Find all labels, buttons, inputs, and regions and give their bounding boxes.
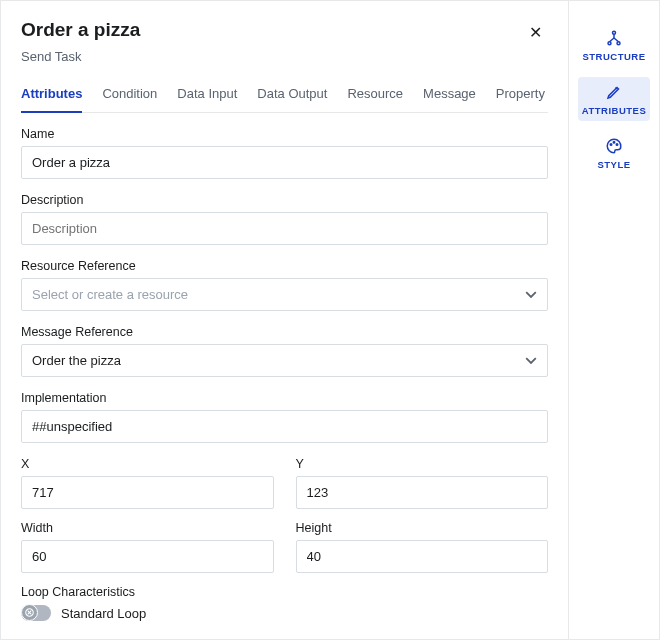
message-reference-label: Message Reference (21, 325, 548, 339)
y-label: Y (296, 457, 549, 471)
sidebar-item-label: ATTRIBUTES (582, 105, 646, 116)
resource-reference-value: Select or create a resource (32, 279, 188, 310)
message-reference-value: Order the pizza (32, 345, 121, 376)
close-icon: ✕ (529, 24, 542, 41)
standard-loop-toggle[interactable] (21, 605, 51, 621)
sidebar-item-label: STYLE (597, 159, 630, 170)
sidebar-item-style[interactable]: STYLE (578, 131, 650, 175)
svg-point-4 (610, 143, 612, 145)
width-label: Width (21, 521, 274, 535)
sidebar-item-structure[interactable]: STRUCTURE (578, 23, 650, 67)
field-x: X (21, 457, 274, 509)
name-label: Name (21, 127, 548, 141)
row-xy: X Y (21, 457, 548, 521)
app-root: Order a pizza Send Task ✕ Attributes Con… (0, 0, 660, 640)
description-input[interactable] (21, 212, 548, 245)
field-description: Description (21, 193, 548, 245)
field-y: Y (296, 457, 549, 509)
height-input[interactable] (296, 540, 549, 573)
toggle-off-icon (25, 608, 34, 617)
tabs: Attributes Condition Data Input Data Out… (21, 82, 548, 113)
tab-condition[interactable]: Condition (102, 82, 157, 113)
panel-title: Order a pizza (21, 19, 140, 41)
tab-data-output[interactable]: Data Output (257, 82, 327, 113)
standard-loop-label: Standard Loop (61, 606, 146, 621)
standard-loop-row: Standard Loop (21, 605, 548, 621)
chevron-down-icon (525, 289, 537, 301)
y-input[interactable] (296, 476, 549, 509)
tab-data-input[interactable]: Data Input (177, 82, 237, 113)
resource-reference-label: Resource Reference (21, 259, 548, 273)
svg-point-3 (617, 41, 620, 44)
resource-reference-select[interactable]: Select or create a resource (21, 278, 548, 311)
sidebar-item-label: STRUCTURE (582, 51, 645, 62)
toggle-knob (21, 604, 38, 621)
row-wh: Width Height (21, 521, 548, 585)
tab-property[interactable]: Property (496, 82, 545, 113)
sidebar-item-attributes[interactable]: ATTRIBUTES (578, 77, 650, 121)
panel-header: Order a pizza Send Task ✕ (21, 19, 548, 82)
sidebar: STRUCTURE ATTRIBUTES STYLE (569, 1, 659, 639)
field-height: Height (296, 521, 549, 573)
svg-point-1 (613, 31, 616, 34)
palette-icon (605, 137, 623, 155)
implementation-input[interactable] (21, 410, 548, 443)
field-width: Width (21, 521, 274, 573)
panel-subtitle: Send Task (21, 49, 140, 64)
svg-point-5 (613, 141, 615, 143)
field-name: Name (21, 127, 548, 179)
name-input[interactable] (21, 146, 548, 179)
svg-point-2 (608, 41, 611, 44)
chevron-down-icon (525, 355, 537, 367)
field-implementation: Implementation (21, 391, 548, 443)
implementation-label: Implementation (21, 391, 548, 405)
structure-icon (605, 29, 623, 47)
x-label: X (21, 457, 274, 471)
tab-attributes[interactable]: Attributes (21, 82, 82, 113)
edit-icon (605, 83, 623, 101)
properties-panel: Order a pizza Send Task ✕ Attributes Con… (1, 1, 569, 639)
loop-characteristics-label: Loop Characteristics (21, 585, 548, 599)
width-input[interactable] (21, 540, 274, 573)
field-message-reference: Message Reference Order the pizza (21, 325, 548, 377)
description-label: Description (21, 193, 548, 207)
svg-point-6 (616, 143, 618, 145)
tab-message[interactable]: Message (423, 82, 476, 113)
x-input[interactable] (21, 476, 274, 509)
field-resource-reference: Resource Reference Select or create a re… (21, 259, 548, 311)
close-button[interactable]: ✕ (523, 19, 548, 46)
height-label: Height (296, 521, 549, 535)
tab-resource[interactable]: Resource (347, 82, 403, 113)
message-reference-select[interactable]: Order the pizza (21, 344, 548, 377)
